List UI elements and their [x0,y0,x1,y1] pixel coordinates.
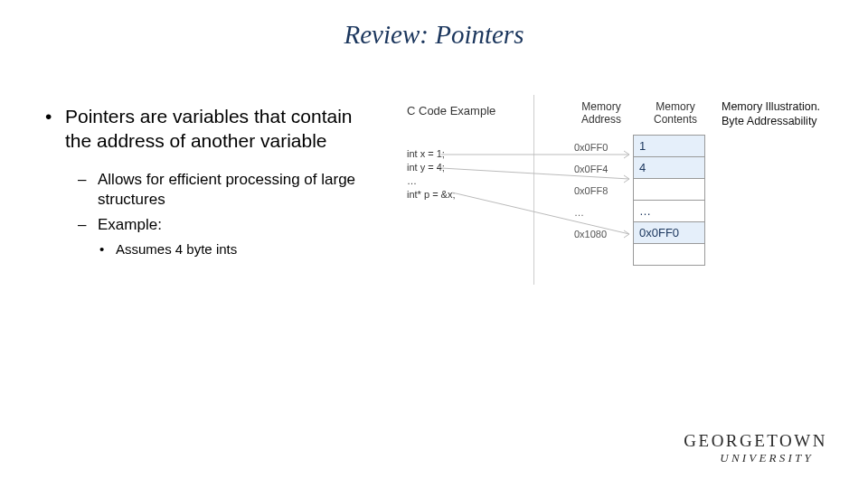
memory-cell: 4 [633,157,705,179]
memory-cell [633,244,705,266]
memory-cell: 0x0FF0 [633,222,705,244]
addr-cell: … [574,202,608,223]
bullet-subsub-text: Assumes 4 byte ints [116,240,237,258]
memory-cell: 1 [633,136,705,157]
memory-contents-label: Memory Contents [644,100,707,126]
bullet-sub1: – Allows for efficient processing of lar… [78,170,380,210]
text-column: • Pointers are variables that contain th… [45,104,380,258]
addr-cell: 0x1080 [574,223,608,245]
code-line: int* p = &x; [407,188,456,202]
bullet-subsub: • Assumes 4 byte ints [99,240,380,258]
bullet-sub1-text: Allows for efficient processing of large… [98,170,380,210]
addr-cell: 0x0FF4 [574,158,608,180]
bullet-sub2-text: Example: [98,215,162,235]
addr-cell: 0x0FF8 [574,180,608,202]
address-column: 0x0FF0 0x0FF4 0x0FF8 … 0x1080 [574,136,608,245]
slide-title: Review: Pointers [0,0,868,50]
bullet-dot-icon: • [99,240,116,258]
bullet-dash-icon: – [78,170,98,210]
code-example-label: C Code Example [407,104,495,117]
bullet-sub2: – Example: [78,215,380,235]
memory-diagram: C Code Example int x = 1; int y = 4; … i… [398,95,850,330]
memory-table: 1 4 … 0x0FF0 [633,135,705,266]
illustration-label: Memory Illustration. Byte Addressability [722,100,820,128]
logo-line2: UNIVERSITY [720,451,827,465]
addr-cell: 0x0FF0 [574,136,608,158]
bullet-dash-icon: – [78,215,98,235]
memory-address-label: Memory Address [570,100,633,126]
bullet-main-text: Pointers are variables that contain the … [65,104,380,154]
memory-cell [633,179,705,201]
memory-cell: … [633,201,705,222]
georgetown-logo: GEORGETOWN UNIVERSITY [684,431,827,465]
logo-line1: GEORGETOWN [684,431,827,451]
bullet-main: • Pointers are variables that contain th… [45,104,380,154]
bullet-dot-icon: • [45,104,65,154]
